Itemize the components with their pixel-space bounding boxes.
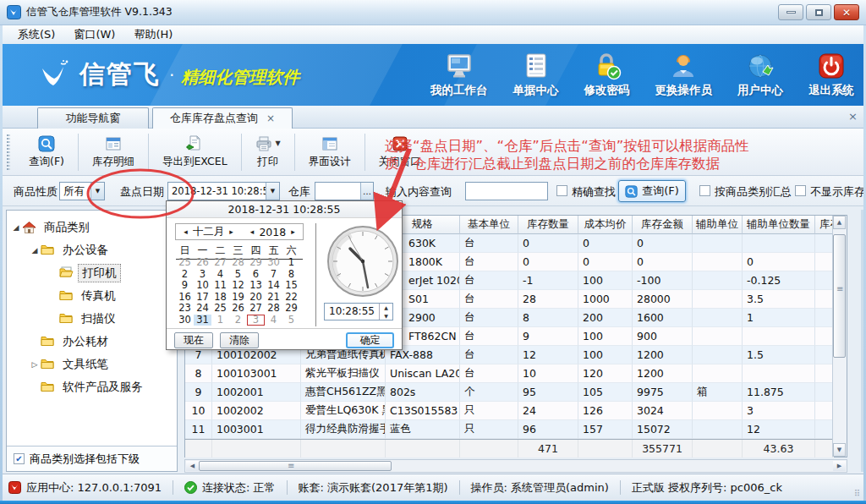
selected-day[interactable]: 31 — [194, 315, 211, 326]
time-spinner[interactable]: 10:28:55 ▲▼ — [324, 303, 393, 320]
calendar-day[interactable]: 21 — [265, 292, 282, 303]
column-header[interactable]: 库存 — [815, 216, 833, 234]
calendar-day[interactable]: 23 — [176, 303, 194, 314]
calendar-day[interactable]: 1 — [282, 257, 300, 268]
ok-button[interactable]: 确定 — [346, 332, 394, 348]
check-date-select[interactable]: 2018-12-31 10:28:55 ▼ — [167, 182, 280, 200]
query-button[interactable]: 查询(F) — [19, 133, 74, 172]
calendar-day[interactable]: 18 — [211, 292, 229, 303]
tree-item-7[interactable]: 软件产品及服务 — [7, 375, 177, 398]
table-row[interactable]: 101002002爱普生LQ630K 黑色色C13S015583只2412630… — [185, 402, 834, 420]
grid-horizontal-scrollbar[interactable]: ◀ ▶ — [184, 459, 847, 473]
exact-match-checkbox[interactable] — [556, 185, 567, 196]
tree-item-3[interactable]: 传真机 — [7, 284, 177, 307]
column-header[interactable]: 辅助单位 — [693, 216, 743, 234]
query-submit-button[interactable]: 查询(F) — [618, 180, 686, 202]
menu-system[interactable]: 系统(S) — [8, 25, 64, 44]
vertical-scroll-thumb[interactable] — [833, 234, 846, 358]
chevron-down-icon[interactable]: ▼ — [90, 183, 104, 200]
minimize-button[interactable] — [778, 4, 803, 20]
today-day[interactable]: 3 — [247, 315, 265, 326]
calendar-day[interactable]: 30 — [176, 315, 194, 326]
prev-year-icon[interactable]: ◂ — [250, 227, 255, 236]
calendar-day[interactable]: 22 — [282, 292, 300, 303]
calendar-day[interactable]: 11 — [211, 280, 229, 291]
calendar-day[interactable]: 28 — [265, 303, 282, 314]
stock-detail-button[interactable]: 库存明细 — [82, 133, 145, 172]
column-header[interactable]: 基本单位 — [460, 216, 518, 234]
calendar-day[interactable]: 13 — [247, 280, 265, 291]
clear-button[interactable]: 清除 — [220, 332, 259, 348]
tree-item-1[interactable]: ◢办公设备 — [7, 238, 177, 261]
spin-down-icon[interactable]: ▼ — [380, 312, 392, 320]
tree-item-6[interactable]: ▷文具纸笔 — [7, 353, 177, 375]
exit-system-button[interactable]: 退出系统 — [808, 52, 854, 98]
tab-inventory-check-query[interactable]: 仓库库存盘点查询 × — [152, 107, 293, 129]
print-button[interactable]: ▼ 打印 — [245, 133, 291, 172]
document-center-button[interactable]: 单据中心 — [513, 52, 559, 98]
menu-window[interactable]: 窗口(W) — [64, 25, 124, 44]
next-month-icon[interactable]: ▸ — [229, 227, 233, 236]
hide-zero-stock-checkbox[interactable] — [795, 185, 806, 196]
switch-operator-button[interactable]: 更换操作员 — [655, 52, 713, 98]
menu-help[interactable]: 帮助(H) — [124, 25, 182, 44]
calendar-day[interactable]: 27 — [247, 303, 265, 314]
calendar-day[interactable]: 29 — [282, 303, 300, 314]
next-year-icon[interactable]: ▸ — [291, 227, 295, 236]
spin-up-icon[interactable]: ▲ — [380, 304, 392, 312]
scroll-down-icon[interactable]: ▼ — [833, 443, 846, 457]
calendar-day[interactable]: 5 — [229, 269, 247, 280]
calendar-day[interactable]: 4 — [211, 269, 229, 280]
calendar-day[interactable]: 27 — [211, 257, 229, 268]
column-header[interactable]: 库存金额 — [633, 216, 693, 234]
scroll-up-icon[interactable]: ▲ — [833, 216, 846, 229]
calendar-day[interactable]: 28 — [229, 257, 247, 268]
collapsed-icon[interactable]: ▷ — [29, 360, 41, 369]
column-header[interactable]: 辅助单位数量 — [743, 216, 815, 234]
calendar-day[interactable]: 15 — [282, 280, 300, 291]
grid-vertical-scrollbar[interactable]: ▲ ▼ — [832, 216, 847, 457]
calendar-day[interactable]: 17 — [194, 292, 211, 303]
resize-grip[interactable]: ⠿ — [854, 489, 861, 498]
category-select[interactable]: 所有 ▼ — [59, 182, 105, 200]
calendar-day[interactable]: 1 — [211, 315, 229, 326]
calendar-day[interactable]: 4 — [265, 315, 282, 326]
calendar-day[interactable]: 30 — [265, 257, 282, 268]
calendar-day[interactable]: 14 — [265, 280, 282, 291]
calendar-day[interactable]: 25 — [211, 303, 229, 314]
calendar-day[interactable]: 16 — [176, 292, 194, 303]
calendar-day[interactable]: 10 — [194, 280, 211, 291]
table-row[interactable]: 111003001得力经典防滑握手设蓝色只961571507212 — [185, 420, 834, 439]
tree-item-0[interactable]: ◢商品类别 — [7, 216, 177, 238]
scroll-left-icon[interactable]: ◀ — [186, 461, 199, 471]
calendar-day[interactable]: 5 — [282, 315, 300, 326]
calendar-day[interactable]: 8 — [282, 269, 300, 280]
group-by-category-checkbox[interactable] — [699, 185, 710, 196]
calendar-day[interactable]: 24 — [194, 303, 211, 314]
time-spin-buttons[interactable]: ▲▼ — [379, 304, 392, 320]
export-excel-button[interactable]: 导出到EXCEL — [152, 133, 238, 172]
calendar-day[interactable]: 20 — [247, 292, 265, 303]
close-button[interactable]: ✕ — [834, 4, 859, 20]
table-row[interactable]: 8100103001紫光平板扫描仪Uniscan LA2000台10120120… — [185, 364, 834, 383]
user-center-button[interactable]: 用户中心 — [737, 52, 783, 98]
toolbar-grip[interactable] — [7, 134, 10, 170]
tab-function-nav[interactable]: 功能导航窗 — [37, 107, 149, 129]
ellipsis-picker-icon[interactable]: … — [360, 183, 373, 200]
tree-item-5[interactable]: 办公耗材 — [7, 330, 177, 353]
calendar-day[interactable]: 19 — [229, 292, 247, 303]
search-input[interactable] — [465, 182, 548, 200]
scroll-right-icon[interactable]: ▶ — [833, 461, 846, 471]
tab-close-icon[interactable]: × — [266, 112, 275, 124]
calendar-day[interactable]: 12 — [229, 280, 247, 291]
restore-button[interactable] — [806, 4, 831, 20]
calendar-day[interactable]: 9 — [176, 280, 194, 291]
calendar-day[interactable]: 2 — [229, 315, 247, 326]
calendar-day[interactable]: 3 — [194, 269, 211, 280]
calendar-day[interactable]: 26 — [229, 303, 247, 314]
workbench-button[interactable]: 我的工作台 — [430, 52, 488, 98]
tree-item-4[interactable]: 扫描仪 — [7, 307, 177, 330]
calendar-day[interactable]: 2 — [176, 269, 194, 280]
ui-design-button[interactable]: 界面设计 — [299, 133, 361, 172]
expanded-icon[interactable]: ◢ — [10, 223, 22, 232]
